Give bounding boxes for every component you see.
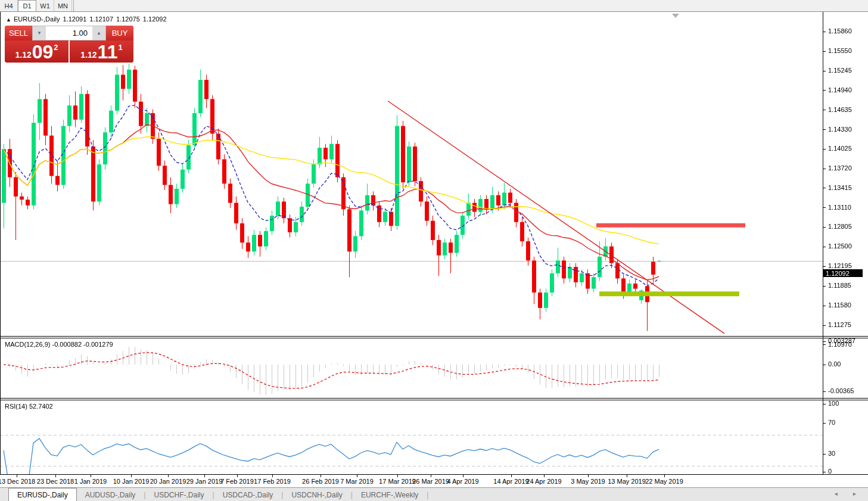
tab-usdcad-daily[interactable]: USDCAD-,Daily [214, 488, 282, 501]
macd-axis-tick [823, 365, 826, 365]
tab-eurchf-weekly[interactable]: EURCHF-,Weekly [353, 488, 427, 501]
date-axis-tick [131, 475, 132, 477]
date-axis-tick [204, 475, 205, 477]
collapse-arrow-icon[interactable]: ▲ [6, 17, 11, 23]
chart-tab-bar: EURUSD-,DailyAUDUSD-,Daily|USDCHF-,Daily… [0, 487, 868, 501]
date-axis-tick [463, 475, 463, 477]
price-axis-tick [823, 110, 826, 110]
price-axis-label: 1.14635 [828, 106, 852, 113]
price-axis-tick [823, 306, 826, 306]
tab-separator: | [427, 488, 428, 501]
date-axis-label: 3 May 2019 [571, 478, 605, 485]
price-axis-label: 1.15550 [828, 47, 852, 54]
date-axis-tick [431, 475, 431, 477]
price-axis-label: 1.13110 [828, 204, 851, 211]
date-axis-tick [272, 475, 273, 477]
price-axis-tick [823, 32, 826, 32]
date-axis-label: 14 Apr 2019 [493, 478, 528, 485]
price-axis-label: 1.12195 [828, 262, 852, 269]
pane-separator[interactable] [0, 336, 868, 339]
timeframe-button-d1[interactable]: D1 [18, 0, 36, 11]
date-axis-tick [321, 475, 321, 477]
ohlc-close: 1.12092 [143, 15, 167, 23]
sell-price-sup: 2 [54, 43, 58, 52]
price-axis-label: 1.11275 [828, 321, 851, 328]
macd-value-2: -0.001279 [83, 341, 113, 348]
price-axis-tick [823, 266, 826, 267]
buy-button[interactable]: BUY [106, 26, 133, 41]
date-axis-tick [168, 475, 169, 477]
price-axis-label: 1.11580 [828, 301, 851, 309]
date-axis[interactable]: 13 Dec 201823 Dec 20181 Jan 201910 Jan 2… [0, 474, 868, 488]
timeframe-button-h4[interactable]: H4 [0, 0, 18, 11]
price-axis-tick [823, 325, 826, 326]
date-axis-label: 17 Mar 2019 [379, 478, 416, 485]
sell-price-display[interactable]: 1.12 09 2 [5, 41, 70, 63]
date-axis-label: 7 Feb 2019 [220, 478, 254, 485]
price-axis-label: 1.11885 [828, 282, 851, 289]
tab-eurusd-daily[interactable]: EURUSD-,Daily [8, 488, 77, 501]
rsi-axis-tick [823, 423, 826, 424]
pane-separator[interactable] [0, 398, 868, 401]
rsi-axis-label: 100 [828, 400, 839, 407]
date-axis-tick [511, 475, 512, 477]
price-axis-tick [823, 129, 826, 130]
buy-price-display[interactable]: 1.12 11 1 [70, 41, 133, 63]
rsi-axis-label: 0 [828, 468, 832, 475]
price-axis-label: 1.12500 [828, 242, 852, 250]
price-axis-label: 1.14330 [828, 126, 852, 133]
buy-price-small: 1.12 [80, 50, 97, 60]
macd-label: MACD(12,26,9) -0.000882 -0.001279 [5, 341, 113, 348]
date-axis-tick [237, 475, 238, 477]
date-axis-tick [55, 475, 56, 477]
volume-input[interactable]: 1.00 [46, 26, 92, 40]
macd-indicator-canvas[interactable] [0, 339, 823, 399]
rsi-label: RSI(14) 52.7402 [5, 403, 53, 410]
date-axis-label: 7 Mar 2019 [340, 478, 374, 485]
ohlc-open: 1.12091 [63, 15, 87, 23]
price-axis-label: 1.15245 [828, 67, 852, 74]
date-axis-tick [91, 475, 91, 477]
sell-button[interactable]: SELL [5, 26, 32, 41]
chart-left-border [0, 12, 1, 475]
price-axis-tick [823, 169, 826, 169]
date-axis-tick [397, 475, 398, 477]
date-axis-tick [588, 475, 589, 477]
timeframe-button-mn[interactable]: MN [54, 0, 72, 11]
rsi-axis-tick [823, 404, 826, 404]
macd-axis-tick [823, 341, 826, 342]
macd-axis-label: -0.00365 [828, 387, 854, 394]
date-axis-label: 13 May 2019 [608, 478, 646, 485]
price-axis-label: 1.13415 [828, 184, 852, 191]
sell-price-small: 1.12 [15, 50, 31, 60]
rsi-indicator-canvas[interactable] [0, 401, 823, 474]
rsi-axis-label: 30 [828, 450, 835, 457]
sell-price-big: 09 [32, 43, 54, 61]
date-axis-label: 17 Feb 2019 [254, 478, 291, 485]
price-axis-tick [823, 207, 826, 208]
macd-axis-tick [823, 391, 826, 392]
date-axis-label: 26 Feb 2019 [302, 478, 339, 485]
tab-audusd-daily[interactable]: AUDUSD-,Daily [77, 488, 144, 501]
date-axis-tick [627, 475, 627, 477]
price-axis-tick [823, 90, 826, 91]
ohlc-low: 1.12075 [116, 15, 140, 23]
date-axis-label: 20 Jan 2019 [150, 478, 186, 485]
price-axis-tick [823, 188, 826, 188]
date-axis-label: 22 May 2019 [645, 478, 683, 485]
tab-usdchf-daily[interactable]: USDCHF-,Daily [146, 488, 213, 501]
chart-shift-marker-icon[interactable] [672, 14, 679, 18]
rsi-axis-tick [823, 472, 826, 472]
date-axis-tick [357, 475, 357, 477]
date-axis-label: 1 Jan 2019 [74, 478, 107, 485]
toolbar-group-separator [73, 0, 74, 11]
date-axis-label: 26 Mar 2019 [412, 478, 449, 485]
rsi-value: 52.7402 [29, 403, 53, 410]
tab-scroll-arrows[interactable]: ◄ ► [833, 491, 863, 497]
price-axis-tick [823, 71, 826, 71]
price-axis-tick [823, 149, 826, 150]
tab-usdcnh-daily[interactable]: USDCNH-,Daily [283, 488, 350, 501]
volume-decrease-icon[interactable]: ▼ [33, 26, 46, 40]
timeframe-button-w1[interactable]: W1 [36, 0, 54, 11]
volume-increase-icon[interactable]: ▲ [92, 26, 105, 40]
